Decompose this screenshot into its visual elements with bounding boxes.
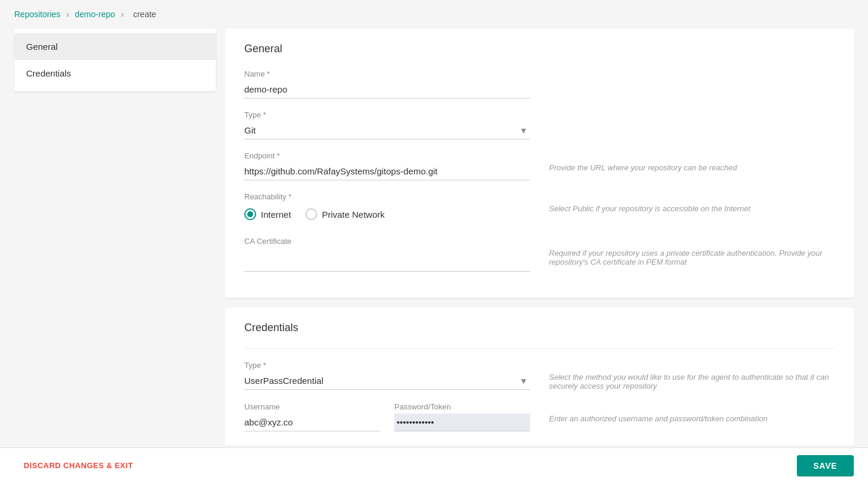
save-button[interactable]: SAVE <box>797 455 854 476</box>
username-label: Username <box>244 402 380 411</box>
credentials-section-card: Credentials Type * UserPassCredential SS… <box>225 307 854 445</box>
radio-private-label: Private Network <box>322 209 385 220</box>
type-field-row: Type * Git Helm OCI ▼ <box>244 110 835 139</box>
endpoint-field-left: Endpoint * <box>244 151 530 180</box>
main-layout: General Credentials General Name * Type … <box>0 28 868 445</box>
ca-cert-input[interactable] <box>244 248 530 272</box>
general-section-title: General <box>244 43 835 55</box>
breadcrumb-separator-1: › <box>66 9 69 19</box>
credentials-fields: Username Password/Token <box>244 402 530 431</box>
sidebar: General Credentials <box>14 28 216 91</box>
endpoint-field-row: Endpoint * Provide the URL where your re… <box>244 151 835 180</box>
name-label: Name * <box>244 69 530 78</box>
reachability-radio-group: Internet Private Network <box>244 204 530 225</box>
name-hint <box>530 69 835 81</box>
ca-cert-field-left: CA Certificate <box>244 237 530 272</box>
name-input[interactable] <box>244 81 530 98</box>
password-input[interactable] <box>394 414 530 431</box>
ca-cert-field-row: CA Certificate Required if your reposito… <box>244 237 835 272</box>
radio-private[interactable] <box>305 208 317 220</box>
user-pass-field-row: Username Password/Token Enter an authori… <box>244 402 835 431</box>
radio-option-internet[interactable]: Internet <box>244 208 291 220</box>
password-label: Password/Token <box>394 402 530 411</box>
username-field: Username <box>244 402 380 431</box>
endpoint-hint: Provide the URL where your repository ca… <box>530 151 835 172</box>
breadcrumb: Repositories › demo-repo › create <box>0 0 868 28</box>
username-input[interactable] <box>244 414 380 431</box>
cred-type-select[interactable]: UserPassCredential SSHCredential None <box>244 372 530 390</box>
type-hint <box>530 110 835 122</box>
footer: DISCARD CHANGES & EXIT SAVE <box>0 447 868 483</box>
type-field-left: Type * Git Helm OCI ▼ <box>244 110 530 139</box>
endpoint-label: Endpoint * <box>244 151 530 160</box>
type-select[interactable]: Git Helm OCI <box>244 122 530 139</box>
ca-cert-hint: Required if your repository uses a priva… <box>530 237 835 266</box>
credentials-divider <box>244 348 835 349</box>
sidebar-item-general[interactable]: General <box>14 33 216 60</box>
cred-type-field-row: Type * UserPassCredential SSHCredential … <box>244 361 835 390</box>
cred-type-select-wrapper: UserPassCredential SSHCredential None ▼ <box>244 372 530 390</box>
name-field-row: Name * <box>244 69 835 98</box>
breadcrumb-separator-2: › <box>121 9 124 19</box>
cred-type-hint: Select the method you would like to use … <box>530 361 835 390</box>
breadcrumb-demo-repo[interactable]: demo-repo <box>75 9 115 19</box>
reachability-field-left: Reachability * Internet Private Network <box>244 192 530 225</box>
breadcrumb-repositories[interactable]: Repositories <box>14 9 60 19</box>
ca-cert-label: CA Certificate <box>244 237 530 246</box>
general-section-card: General Name * Type * Git Helm <box>225 28 854 298</box>
user-pass-field-left: Username Password/Token <box>244 402 530 431</box>
radio-internet-label: Internet <box>261 209 291 220</box>
content-area: General Name * Type * Git Helm <box>225 28 854 445</box>
type-select-wrapper: Git Helm OCI ▼ <box>244 122 530 139</box>
sidebar-item-credentials[interactable]: Credentials <box>14 60 216 87</box>
endpoint-input[interactable] <box>244 163 530 180</box>
cred-type-field-left: Type * UserPassCredential SSHCredential … <box>244 361 530 390</box>
credentials-section-title: Credentials <box>244 322 835 334</box>
credentials-hint: Enter an authorized username and passwor… <box>530 402 835 423</box>
reachability-label: Reachability * <box>244 192 530 201</box>
radio-internet[interactable] <box>244 208 256 220</box>
reachability-field-row: Reachability * Internet Private Network … <box>244 192 835 225</box>
cred-type-label: Type * <box>244 361 530 370</box>
type-label: Type * <box>244 110 530 119</box>
breadcrumb-create: create <box>133 9 156 19</box>
discard-button[interactable]: DISCARD CHANGES & EXIT <box>14 455 142 476</box>
radio-option-private[interactable]: Private Network <box>305 208 385 220</box>
reachability-hint: Select Public if your repository is acce… <box>530 192 835 213</box>
name-field-left: Name * <box>244 69 530 98</box>
password-field: Password/Token <box>394 402 530 431</box>
